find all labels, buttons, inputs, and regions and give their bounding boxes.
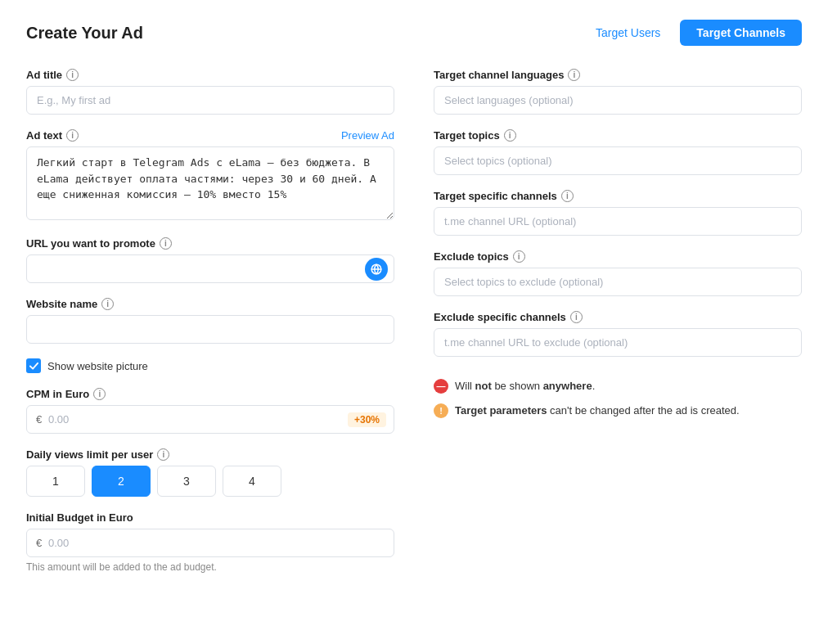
specific-channels-info-icon[interactable]: i xyxy=(561,190,574,202)
exclude-topics-label: Exclude topics i xyxy=(434,250,802,263)
topics-label: Target topics i xyxy=(434,129,802,142)
views-btn-3[interactable]: 3 xyxy=(157,466,216,497)
daily-views-buttons: 1 2 3 4 xyxy=(26,466,394,497)
specific-channels-input[interactable] xyxy=(434,207,802,236)
ad-title-info-icon[interactable]: i xyxy=(66,69,79,81)
initial-budget-group: Initial Budget in Euro € This amount wil… xyxy=(26,511,394,573)
show-picture-checkbox[interactable] xyxy=(26,358,41,373)
views-btn-1[interactable]: 1 xyxy=(26,466,85,497)
specific-channels-label: Target specific channels i xyxy=(434,190,802,202)
preview-ad-link[interactable]: Preview Ad xyxy=(341,129,394,142)
daily-views-info-icon[interactable]: i xyxy=(157,448,169,461)
daily-views-label: Daily views limit per user i xyxy=(26,448,394,461)
lang-group: Target channel languages i xyxy=(434,69,802,115)
url-info-icon[interactable]: i xyxy=(160,237,172,250)
url-navigate-icon[interactable] xyxy=(365,258,388,281)
ad-text-info-icon[interactable]: i xyxy=(66,129,79,142)
exclude-topics-info-icon[interactable]: i xyxy=(513,250,525,263)
notice-not-shown: — Will not be shown anywhere. xyxy=(434,378,802,394)
url-group: URL you want to promote i https://try.el… xyxy=(26,237,394,283)
ad-title-label: Ad title i xyxy=(26,69,394,81)
left-column: Ad title i Ad text i Preview Ad Легкий с… xyxy=(26,69,394,588)
notice-orange-icon: ! xyxy=(434,403,448,418)
right-column: Target channel languages i Target topics… xyxy=(434,69,802,588)
specific-channels-group: Target specific channels i xyxy=(434,190,802,236)
website-name-group: Website name i eLama xyxy=(26,298,394,344)
views-btn-4[interactable]: 4 xyxy=(223,466,281,497)
lang-info-icon[interactable]: i xyxy=(568,69,580,81)
topics-group: Target topics i xyxy=(434,129,802,175)
exclude-channels-info-icon[interactable]: i xyxy=(570,311,583,323)
show-picture-row: Show website picture xyxy=(26,358,394,373)
cpm-badge: +30% xyxy=(348,412,386,427)
website-name-input[interactable]: eLama xyxy=(26,315,394,344)
notice-target-params-text: Target parameters can't be changed after… xyxy=(455,403,740,419)
target-users-button[interactable]: Target Users xyxy=(586,21,670,44)
ad-title-input[interactable] xyxy=(26,86,394,115)
ad-title-group: Ad title i xyxy=(26,69,394,115)
target-channels-button[interactable]: Target Channels xyxy=(680,20,802,46)
cpm-input[interactable] xyxy=(26,405,394,434)
website-name-info-icon[interactable]: i xyxy=(101,298,114,310)
notice-not-shown-text: Will not be shown anywhere. xyxy=(455,378,595,394)
views-btn-2[interactable]: 2 xyxy=(92,466,151,497)
notice-red-icon: — xyxy=(434,379,448,394)
url-label: URL you want to promote i xyxy=(26,237,394,250)
budget-hint: This amount will be added to the ad budg… xyxy=(26,561,394,573)
initial-budget-label: Initial Budget in Euro xyxy=(26,511,394,524)
website-name-label: Website name i xyxy=(26,298,394,310)
cpm-group: CPM in Euro i € +30% xyxy=(26,388,394,434)
exclude-channels-group: Exclude specific channels i xyxy=(434,311,802,357)
topics-input[interactable] xyxy=(434,146,802,175)
exclude-topics-input[interactable] xyxy=(434,268,802,296)
cpm-info-icon[interactable]: i xyxy=(93,388,106,400)
header-buttons: Target Users Target Channels xyxy=(586,20,802,46)
topics-info-icon[interactable]: i xyxy=(504,129,516,142)
exclude-channels-label: Exclude specific channels i xyxy=(434,311,802,323)
page-title: Create Your Ad xyxy=(26,24,143,43)
url-input[interactable]: https://try.elama.ru/telegram_ads?erid=e… xyxy=(26,254,394,283)
ad-text-label: Ad text i xyxy=(26,129,79,142)
ad-text-group: Ad text i Preview Ad Легкий старт в Tele… xyxy=(26,129,394,223)
notice-target-params: ! Target parameters can't be changed aft… xyxy=(434,403,802,419)
lang-label: Target channel languages i xyxy=(434,69,802,81)
ad-text-input[interactable]: Легкий старт в Telegram Ads с eLama — бе… xyxy=(26,146,394,220)
exclude-channels-input[interactable] xyxy=(434,328,802,357)
exclude-topics-group: Exclude topics i xyxy=(434,250,802,296)
lang-input[interactable] xyxy=(434,86,802,115)
daily-views-group: Daily views limit per user i 1 2 3 4 xyxy=(26,448,394,497)
initial-budget-input[interactable] xyxy=(26,529,394,557)
cpm-label: CPM in Euro i xyxy=(26,388,394,400)
show-picture-label: Show website picture xyxy=(47,360,148,372)
